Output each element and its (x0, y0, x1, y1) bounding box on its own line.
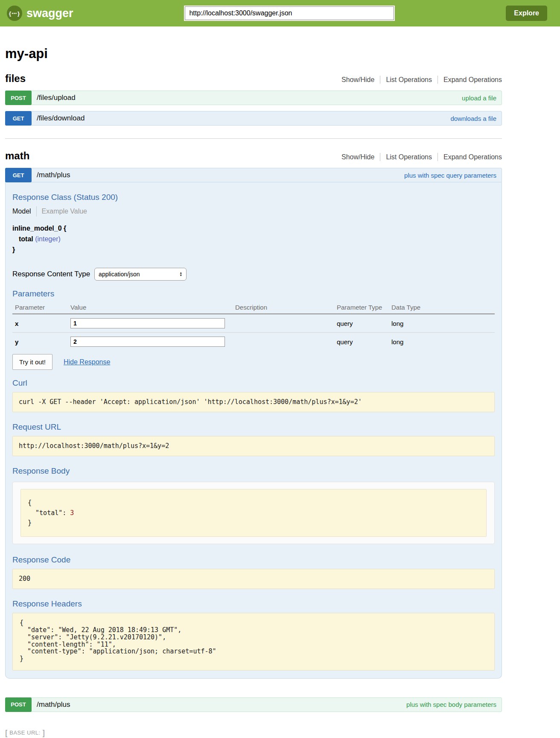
response-class-heading: Response Class (Status 200) (12, 193, 495, 202)
response-body-heading: Response Body (12, 466, 495, 476)
response-content-type-row: Response Content Type application/json ▲… (12, 268, 495, 281)
files-section-head: files Show/Hide List Operations Expand O… (5, 73, 502, 85)
try-it-out-button[interactable]: Try it out! (12, 354, 52, 370)
response-headers-code: { "date": "Wed, 22 Aug 2018 18:49:13 GMT… (12, 613, 495, 671)
model-close-brace: } (12, 245, 495, 255)
operation-path: /files/download (37, 114, 450, 123)
parameter-x-input[interactable] (70, 318, 225, 328)
property-type: (integer) (35, 235, 61, 243)
response-body-wrap: { "total": 3 } (12, 482, 495, 544)
separator (438, 76, 438, 84)
response-code-heading: Response Code (12, 555, 495, 565)
col-parameter: Parameter (12, 300, 68, 314)
operation-summary: upload a file (462, 94, 496, 102)
operation-row-get-files-download[interactable]: GET /files/download downloads a file (5, 111, 502, 126)
response-code-value: 200 (12, 569, 495, 589)
files-section-controls: Show/Hide List Operations Expand Operati… (341, 76, 502, 85)
brand-name: swagger (26, 7, 73, 20)
operation-path: /math/plus (37, 171, 404, 179)
table-row: y query long (12, 333, 495, 351)
parameters-table: Parameter Value Description Parameter Ty… (12, 300, 495, 351)
math-section-controls: Show/Hide List Operations Expand Operati… (341, 153, 502, 162)
separator (438, 153, 438, 161)
parameter-name: x (12, 314, 68, 333)
spec-url-input[interactable] (185, 6, 394, 20)
get-method-badge: GET (5, 168, 32, 182)
base-url-label: BASE URL: (9, 729, 40, 736)
col-parameter-type: Parameter Type (334, 300, 389, 314)
parameter-type: query (334, 333, 389, 351)
files-show-hide-link[interactable]: Show/Hide (341, 76, 374, 84)
resource-divider (5, 138, 502, 139)
try-row: Try it out! Hide Response (12, 354, 495, 370)
table-row: x query long (12, 314, 495, 333)
operation-path: /math/plus (37, 700, 406, 709)
operation-row-get-math-plus[interactable]: GET /math/plus plus with spec query para… (5, 168, 502, 182)
page-title: my-api (5, 46, 502, 62)
files-expand-operations-link[interactable]: Expand Operations (443, 76, 502, 84)
math-section-head: math Show/Hide List Operations Expand Op… (5, 150, 502, 162)
math-section-title: math (5, 150, 29, 162)
operation-row-post-files-upload[interactable]: POST /files/upload upload a file (5, 91, 502, 105)
get-method-badge: GET (5, 111, 32, 126)
model-signature: inline_model_0 { total (integer) } (12, 223, 495, 255)
parameter-description (233, 314, 334, 333)
files-section-title: files (5, 73, 26, 85)
hide-response-link[interactable]: Hide Response (64, 358, 110, 366)
post-method-badge: POST (5, 697, 32, 712)
operation-row-post-math-plus[interactable]: POST /math/plus plus with spec body para… (5, 697, 502, 712)
tab-example-value[interactable]: Example Value (42, 208, 87, 215)
parameter-description (233, 333, 334, 351)
files-list-operations-link[interactable]: List Operations (386, 76, 432, 84)
response-body-code: { "total": 3 } (20, 489, 487, 537)
math-list-operations-link[interactable]: List Operations (386, 153, 432, 161)
parameters-header-row: Parameter Value Description Parameter Ty… (12, 300, 495, 314)
math-expand-operations-link[interactable]: Expand Operations (443, 153, 502, 161)
col-value: Value (68, 300, 233, 314)
separator (380, 76, 380, 84)
operation-path: /files/upload (37, 94, 462, 102)
post-method-badge: POST (5, 91, 32, 105)
model-property: total (integer) (12, 234, 495, 245)
topbar: {⋯} swagger Explore (0, 0, 560, 26)
operation-summary: plus with spec body parameters (406, 701, 496, 708)
operation-summary: downloads a file (450, 115, 496, 122)
math-show-hide-link[interactable]: Show/Hide (341, 153, 374, 161)
response-headers-heading: Response Headers (12, 599, 495, 609)
base-url-footer: [ BASE URL: ] (5, 728, 502, 738)
parameter-data-type: long (389, 333, 495, 351)
select-arrows-icon: ▲▼ (179, 272, 182, 277)
bracket-open: [ (5, 728, 7, 738)
operation-detail-panel: Response Class (Status 200) Model Exampl… (5, 182, 502, 679)
model-name: inline_model_0 { (12, 223, 495, 234)
property-name: total (19, 235, 33, 243)
curl-command: curl -X GET --header 'Accept: applicatio… (12, 392, 495, 412)
col-data-type: Data Type (389, 300, 495, 314)
spec-url-wrap (73, 6, 506, 20)
parameter-y-input[interactable] (70, 337, 225, 347)
swagger-logo-icon: {⋯} (7, 6, 22, 21)
parameter-name: y (12, 333, 68, 351)
curl-heading: Curl (12, 378, 495, 388)
request-url-heading: Request URL (12, 422, 495, 432)
parameters-heading: Parameters (12, 289, 495, 299)
request-url-value: http://localhost:3000/math/plus?x=1&y=2 (12, 436, 495, 456)
separator (36, 206, 37, 217)
col-description: Description (233, 300, 334, 314)
response-content-type-label: Response Content Type (12, 270, 90, 278)
tab-model[interactable]: Model (12, 208, 31, 215)
model-tabs: Model Example Value (12, 206, 495, 217)
main-container: my-api files Show/Hide List Operations E… (5, 46, 502, 738)
explore-button[interactable]: Explore (506, 6, 547, 21)
bracket-close: ] (43, 728, 45, 738)
response-body-number: 3 (70, 509, 74, 517)
parameter-type: query (334, 314, 389, 333)
parameter-data-type: long (389, 314, 495, 333)
response-content-type-select[interactable]: application/json ▲▼ (94, 268, 187, 281)
separator (380, 153, 380, 161)
operation-summary: plus with spec query parameters (404, 172, 496, 179)
swagger-brand: {⋯} swagger (7, 6, 73, 21)
selected-content-type: application/json (99, 271, 140, 278)
